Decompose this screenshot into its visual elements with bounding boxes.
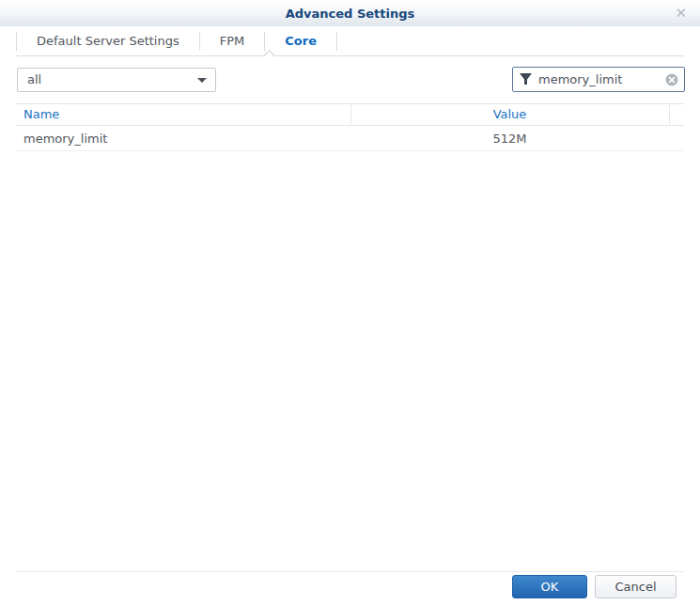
tab-bar: Default Server Settings FPM Core xyxy=(16,26,684,55)
close-icon[interactable]: ✕ xyxy=(675,5,687,22)
footer-divider xyxy=(16,571,684,572)
table-row-value[interactable]: 512M xyxy=(350,132,669,146)
table-row-divider xyxy=(16,150,684,151)
column-separator xyxy=(669,104,670,125)
search-box xyxy=(512,67,685,92)
clear-search-icon[interactable] xyxy=(665,73,678,86)
tab-core[interactable]: Core xyxy=(265,26,336,55)
tab-separator xyxy=(336,32,337,51)
search-input[interactable] xyxy=(538,69,661,90)
filter-funnel-icon xyxy=(519,72,533,89)
category-dropdown[interactable]: all xyxy=(17,68,216,92)
tab-divider-line xyxy=(16,55,684,56)
column-separator xyxy=(350,104,351,125)
column-header-name[interactable]: Name xyxy=(23,107,59,121)
chevron-down-icon xyxy=(197,78,207,83)
cancel-button[interactable]: Cancel xyxy=(595,575,677,598)
advanced-settings-dialog: Advanced Settings ✕ Default Server Setti… xyxy=(0,0,700,605)
column-header-value[interactable]: Value xyxy=(350,107,669,121)
table-header-bottom-line xyxy=(16,125,684,126)
category-dropdown-value: all xyxy=(27,69,41,91)
ok-button[interactable]: OK xyxy=(512,575,587,598)
title-bar: Advanced Settings ✕ xyxy=(0,0,700,26)
tab-default-server-settings[interactable]: Default Server Settings xyxy=(17,26,199,55)
tab-fpm[interactable]: FPM xyxy=(200,26,265,55)
table-row-name[interactable]: memory_limit xyxy=(23,132,107,146)
dialog-title: Advanced Settings xyxy=(0,7,700,21)
